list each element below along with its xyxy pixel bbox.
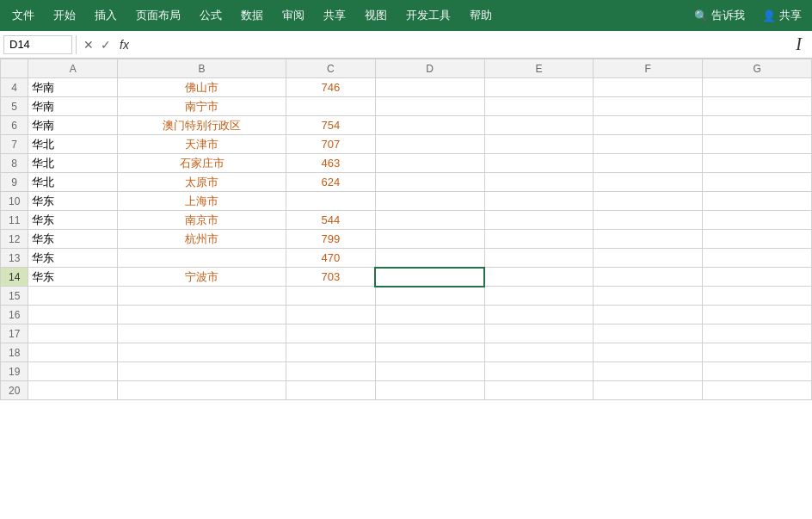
- cell-c-20[interactable]: [286, 381, 375, 400]
- cell-f-17[interactable]: [594, 324, 703, 343]
- cell-d-4[interactable]: [375, 78, 484, 97]
- cell-a-20[interactable]: [28, 381, 118, 400]
- cell-b-10[interactable]: 上海市: [118, 192, 286, 211]
- cell-g-14[interactable]: [703, 268, 812, 287]
- cell-b-15[interactable]: [118, 287, 286, 306]
- cell-e-14[interactable]: [484, 268, 594, 287]
- cell-a-5[interactable]: 华南: [28, 97, 118, 116]
- cell-b-17[interactable]: [118, 324, 286, 343]
- cell-f-8[interactable]: [594, 154, 703, 173]
- share-button[interactable]: 👤 共享: [755, 4, 809, 27]
- cell-f-5[interactable]: [594, 97, 703, 116]
- cell-b-5[interactable]: 南宁市: [118, 97, 286, 116]
- search-button[interactable]: 🔍 告诉我: [687, 4, 752, 27]
- cell-b-13[interactable]: [118, 249, 286, 268]
- cell-f-18[interactable]: [594, 343, 703, 362]
- cell-a-13[interactable]: 华东: [28, 249, 118, 268]
- cell-f-13[interactable]: [594, 249, 703, 268]
- cell-f-15[interactable]: [594, 287, 703, 306]
- menu-help[interactable]: 帮助: [461, 4, 501, 27]
- cell-g-8[interactable]: [703, 154, 812, 173]
- cell-g-11[interactable]: [703, 211, 812, 230]
- cell-a-9[interactable]: 华北: [28, 173, 118, 192]
- cell-b-7[interactable]: 天津市: [118, 135, 286, 154]
- cell-e-4[interactable]: [484, 78, 594, 97]
- cell-g-18[interactable]: [703, 343, 812, 362]
- cell-d-6[interactable]: [375, 116, 484, 135]
- cell-d-10[interactable]: [375, 192, 484, 211]
- cell-f-4[interactable]: [594, 78, 703, 97]
- menu-insert[interactable]: 插入: [86, 4, 126, 27]
- cell-g-6[interactable]: [703, 116, 812, 135]
- cell-a-17[interactable]: [28, 324, 118, 343]
- cell-a-16[interactable]: [28, 306, 118, 324]
- col-header-c[interactable]: C: [286, 59, 375, 78]
- cell-a-15[interactable]: [28, 287, 118, 306]
- cell-d-7[interactable]: [375, 135, 484, 154]
- cell-e-10[interactable]: [484, 192, 594, 211]
- cell-d-9[interactable]: [375, 173, 484, 192]
- cell-a-11[interactable]: 华东: [28, 211, 118, 230]
- menu-share[interactable]: 共享: [315, 4, 354, 27]
- cell-c-12[interactable]: 799: [286, 230, 375, 249]
- cell-c-16[interactable]: [286, 306, 375, 324]
- menu-view[interactable]: 视图: [356, 4, 396, 27]
- cell-e-18[interactable]: [484, 343, 594, 362]
- cell-d-15[interactable]: [375, 287, 484, 306]
- cancel-icon[interactable]: ✕: [83, 38, 94, 52]
- cell-g-4[interactable]: [703, 78, 812, 97]
- cell-d-11[interactable]: [375, 211, 484, 230]
- cell-e-20[interactable]: [484, 381, 594, 400]
- cell-d-12[interactable]: [375, 230, 484, 249]
- cell-b-16[interactable]: [118, 306, 286, 324]
- cell-d-14[interactable]: [375, 268, 484, 287]
- cell-d-19[interactable]: [375, 362, 484, 381]
- cell-d-16[interactable]: [375, 306, 484, 324]
- cell-a-14[interactable]: 华东: [28, 268, 118, 287]
- cell-f-10[interactable]: [594, 192, 703, 211]
- cell-a-7[interactable]: 华北: [28, 135, 118, 154]
- cell-c-9[interactable]: 624: [286, 173, 375, 192]
- cell-c-19[interactable]: [286, 362, 375, 381]
- cell-b-4[interactable]: 佛山市: [118, 78, 286, 97]
- cell-g-19[interactable]: [703, 362, 812, 381]
- cell-g-12[interactable]: [703, 230, 812, 249]
- col-header-g[interactable]: G: [703, 59, 812, 78]
- cell-g-17[interactable]: [703, 324, 812, 343]
- cell-a-12[interactable]: 华东: [28, 230, 118, 249]
- cell-d-20[interactable]: [375, 381, 484, 400]
- cell-g-7[interactable]: [703, 135, 812, 154]
- cell-c-7[interactable]: 707: [286, 135, 375, 154]
- cell-c-15[interactable]: [286, 287, 375, 306]
- cell-g-5[interactable]: [703, 97, 812, 116]
- cell-e-15[interactable]: [484, 287, 594, 306]
- cell-e-5[interactable]: [484, 97, 594, 116]
- cell-reference-box[interactable]: D14: [3, 35, 72, 54]
- cell-e-12[interactable]: [484, 230, 594, 249]
- cell-d-17[interactable]: [375, 324, 484, 343]
- cell-e-8[interactable]: [484, 154, 594, 173]
- cell-b-9[interactable]: 太原市: [118, 173, 286, 192]
- cell-c-14[interactable]: 703: [286, 268, 375, 287]
- cell-b-18[interactable]: [118, 343, 286, 362]
- cell-c-5[interactable]: [286, 97, 375, 116]
- cell-g-20[interactable]: [703, 381, 812, 400]
- cell-b-14[interactable]: 宁波市: [118, 268, 286, 287]
- cell-e-19[interactable]: [484, 362, 594, 381]
- cell-d-5[interactable]: [375, 97, 484, 116]
- cell-g-9[interactable]: [703, 173, 812, 192]
- cell-g-13[interactable]: [703, 249, 812, 268]
- cell-c-17[interactable]: [286, 324, 375, 343]
- cell-d-18[interactable]: [375, 343, 484, 362]
- menu-home[interactable]: 开始: [45, 4, 84, 27]
- col-header-a[interactable]: A: [28, 59, 118, 78]
- cell-f-20[interactable]: [594, 381, 703, 400]
- cell-e-13[interactable]: [484, 249, 594, 268]
- cell-c-8[interactable]: 463: [286, 154, 375, 173]
- cell-b-11[interactable]: 南京市: [118, 211, 286, 230]
- cell-e-17[interactable]: [484, 324, 594, 343]
- cell-g-15[interactable]: [703, 287, 812, 306]
- cell-e-6[interactable]: [484, 116, 594, 135]
- cell-f-6[interactable]: [594, 116, 703, 135]
- cell-c-18[interactable]: [286, 343, 375, 362]
